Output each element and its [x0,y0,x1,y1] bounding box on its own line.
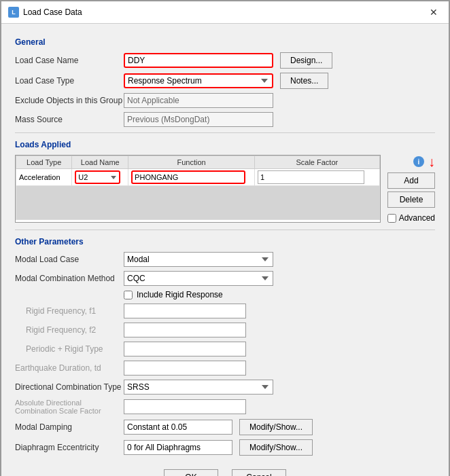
loads-table-container: Load Type Load Name Function Scale Facto… [15,155,381,223]
dialog-content: General Load Case Name Design... Load Ca… [1,24,449,476]
periodic-rigid-row: Periodic + Rigid Type [15,342,435,356]
rigid-freq-f2-input[interactable] [124,323,246,337]
include-rigid-label: Include Rigid Response [137,290,223,299]
col-header-scale-factor: Scale Factor [255,156,380,169]
modal-load-case-select[interactable]: Modal [124,252,273,267]
col-header-function: Function [128,156,255,169]
empty-area [16,186,380,220]
other-parameters-section-label: Other Parameters [15,237,435,246]
modal-combination-label: Modal Combination Method [15,274,124,283]
down-arrow-icon: ↓ [428,155,435,168]
modal-load-case-row: Modal Load Case Modal [15,252,435,267]
earthquake-duration-row: Earthquake Duration, td [15,361,435,376]
include-rigid-checkbox[interactable] [124,291,133,299]
advanced-row: Advanced [387,213,435,223]
absolute-scale-row: Absolute Directional Combination Scale F… [15,399,435,415]
loads-buttons: i ↓ Add Delete Advanced [387,155,435,223]
directional-combination-row: Directional Combination Type SRSS [15,380,435,395]
load-case-name-row: Load Case Name Design... [15,52,435,69]
load-case-name-input[interactable] [124,53,273,68]
diaphragm-input[interactable] [124,440,232,455]
mass-source-input [124,112,273,127]
loads-section: Load Type Load Name Function Scale Facto… [15,155,435,223]
mass-source-row: Mass Source [15,112,435,127]
bottom-buttons: OK Cancel [15,469,435,476]
load-case-name-label: Load Case Name [15,56,124,65]
diaphragm-eccentricity-row: Diaphragm Eccentricity Modify/Show... [15,439,435,456]
include-rigid-row: Include Rigid Response [15,290,435,299]
diaphragm-modify-button[interactable]: Modify/Show... [239,439,313,456]
load-case-type-row: Load Case Type Response Spectrum Notes..… [15,73,435,89]
rigid-freq-f1-label: Rigid Frequency, f1 [15,306,124,316]
mass-source-label: Mass Source [15,115,124,124]
periodic-rigid-label: Periodic + Rigid Type [15,344,124,354]
periodic-rigid-input[interactable] [124,342,246,356]
diaphragm-label: Diaphragm Eccentricity [15,443,124,452]
absolute-scale-input[interactable] [124,399,246,414]
cell-load-name[interactable]: U2 [72,169,128,186]
notes-button[interactable]: Notes... [280,73,328,89]
cancel-button[interactable]: Cancel [232,469,286,476]
info-icon: i [413,156,424,167]
function-input[interactable] [131,170,245,184]
modal-damping-row: Modal Damping Modify/Show... [15,419,435,435]
col-header-load-type: Load Type [16,156,72,169]
title-bar: L Load Case Data ✕ [1,1,449,24]
earthquake-duration-input[interactable] [124,361,246,376]
load-name-select[interactable]: U2 [75,170,120,184]
exclude-objects-label: Exclude Objects in this Group [15,96,124,105]
directional-combination-label: Directional Combination Type [15,382,124,392]
exclude-objects-row: Exclude Objects in this Group [15,93,435,108]
general-section-label: General [15,37,435,47]
cell-scale-factor[interactable] [255,169,380,186]
absolute-scale-label: Absolute Directional Combination Scale F… [15,399,124,415]
rigid-freq-f2-row: Rigid Frequency, f2 [15,323,435,337]
loads-table: Load Type Load Name Function Scale Facto… [16,155,380,220]
table-row: Acceleration U2 [16,169,380,186]
ok-button[interactable]: OK [164,469,218,476]
earthquake-duration-label: Earthquake Duration, td [15,363,124,373]
modal-damping-label: Modal Damping [15,422,124,432]
load-case-type-label: Load Case Type [15,76,124,86]
directional-combination-select[interactable]: SRSS [124,380,273,395]
loads-applied-section-label: Loads Applied [15,140,435,149]
dialog-title: Load Case Data [23,7,82,17]
dialog-window: L Load Case Data ✕ General Load Case Nam… [0,0,450,476]
exclude-objects-input [124,93,273,108]
load-case-type-select[interactable]: Response Spectrum [124,73,273,88]
scale-factor-input[interactable] [258,170,364,184]
rigid-freq-f2-label: Rigid Frequency, f2 [15,325,124,335]
cell-load-type: Acceleration [16,169,72,186]
modal-combination-row: Modal Combination Method CQC [15,271,435,286]
advanced-label: Advanced [399,213,435,223]
col-header-load-name: Load Name [72,156,128,169]
modal-load-case-label: Modal Load Case [15,255,124,264]
cell-function[interactable] [128,169,255,186]
close-button[interactable]: ✕ [426,5,442,19]
modal-damping-input[interactable] [124,420,232,435]
modal-combination-select[interactable]: CQC [124,271,273,286]
advanced-checkbox[interactable] [387,214,396,223]
rigid-freq-f1-input[interactable] [124,304,246,318]
modal-damping-modify-button[interactable]: Modify/Show... [239,419,313,435]
add-button[interactable]: Add [387,172,435,189]
dialog-icon: L [8,7,19,18]
delete-button[interactable]: Delete [387,191,435,208]
rigid-freq-f1-row: Rigid Frequency, f1 [15,304,435,318]
design-button[interactable]: Design... [280,52,332,69]
